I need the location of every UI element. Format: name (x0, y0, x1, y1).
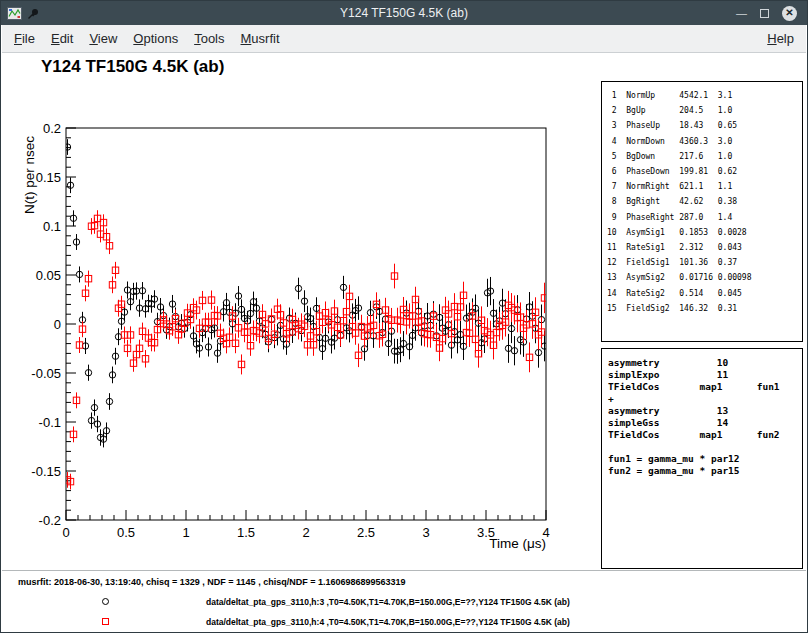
param-row: 11 RateSig1 2.312 0.043 (607, 240, 802, 255)
window-controls: — ✕ (736, 1, 797, 25)
x-tick-label: 2 (302, 525, 309, 540)
plot[interactable]: 0.20.150.10.050-0.05-0.1-0.15-0.200.511.… (19, 86, 594, 576)
canvas-area[interactable]: Y124 TF150G 4.5K (ab) 0.20.150.10.050-0.… (2, 53, 806, 631)
y-tick-label: 0.2 (43, 121, 61, 136)
parameter-box: 1 NormUp 4542.1 3.1 2 BgUp 204.5 1.0 3 P… (601, 81, 803, 342)
app-window: Y124 TF150G 4.5K (ab) — ✕ FileEditViewOp… (0, 0, 808, 633)
series-square (64, 210, 547, 489)
param-row: 4 NormDown 4360.3 3.0 (607, 134, 802, 149)
param-row: 12 FieldSig1 101.36 0.37 (607, 255, 802, 270)
y-tick-label: -0.15 (31, 464, 61, 479)
y-tick-label: 0.1 (43, 219, 61, 234)
menu-help[interactable]: Help (759, 31, 802, 46)
minimize-button[interactable]: — (736, 8, 747, 19)
titlebar-icons (7, 7, 39, 20)
y-tick-label: 0.15 (36, 170, 61, 185)
param-row: 6 PhaseDown 199.81 0.62 (607, 164, 802, 179)
legend: data/deltat_pta_gps_3110,h:3 ,T0=4.50K,T… (2, 592, 806, 632)
param-row: 9 PhaseRight 287.0 1.4 (607, 210, 802, 225)
param-row: 14 RateSig2 0.514 0.045 (607, 286, 802, 301)
y-tick-label: -0.05 (31, 366, 61, 381)
param-row: 2 BgUp 204.5 1.0 (607, 103, 802, 118)
theory-box: asymmetry 10 simplExpo 11 TFieldCos map1… (601, 348, 803, 569)
menu-musrfit[interactable]: Musrfit (233, 31, 288, 46)
menu-view[interactable]: View (81, 31, 125, 46)
x-tick-label: 1.5 (237, 525, 255, 540)
x-axis-title: Time (μs) (489, 536, 546, 551)
menu-file[interactable]: File (6, 31, 43, 46)
series-circle (64, 139, 547, 447)
y-tick-label: -0.2 (39, 513, 61, 528)
y-tick-label: -0.1 (39, 415, 61, 430)
window-title: Y124 TF150G 4.5K (ab) (1, 6, 807, 20)
x-tick-label: 3 (422, 525, 429, 540)
param-row: 10 AsymSig1 0.1853 0.0028 (607, 225, 802, 240)
y-tick-label: 0.05 (36, 268, 61, 283)
legend-row: data/deltat_pta_gps_3110,h:3 ,T0=4.50K,T… (2, 592, 806, 612)
y-tick-label: 0 (54, 317, 61, 332)
app-icon[interactable] (7, 7, 22, 20)
menu-tools[interactable]: Tools (186, 31, 232, 46)
y-axis-title: N(t) per nsec (22, 136, 37, 214)
plot-title: Y124 TF150G 4.5K (ab) (41, 57, 224, 77)
menubar: FileEditViewOptionsToolsMusrfit Help (2, 25, 806, 53)
x-tick-label: 0 (62, 525, 69, 540)
maximize-button[interactable] (760, 9, 769, 18)
menu-items: FileEditViewOptionsToolsMusrfit (6, 31, 288, 46)
titlebar: Y124 TF150G 4.5K (ab) — ✕ (1, 1, 807, 25)
x-tick-label: 0.5 (117, 525, 135, 540)
param-row: 13 AsymSig2 0.01716 0.00098 (607, 270, 802, 285)
menu-options[interactable]: Options (125, 31, 186, 46)
legend-label: data/deltat_pta_gps_3110,h:4 ,T0=4.50K,T… (206, 617, 570, 627)
close-button[interactable]: ✕ (782, 6, 797, 21)
param-row: 8 BgRight 42.62 0.38 (607, 194, 802, 209)
param-row: 5 BgDown 217.6 1.0 (607, 149, 802, 164)
menu-edit[interactable]: Edit (43, 31, 81, 46)
data-points (64, 139, 547, 489)
circle-marker-icon (102, 598, 109, 605)
square-marker-icon (102, 618, 109, 625)
param-row: 7 NormRight 621.1 1.1 (607, 179, 802, 194)
x-tick-label: 2.5 (357, 525, 375, 540)
plot-frame (66, 128, 546, 520)
fit-info: musrfit: 2018-06-30, 13:19:40, chisq = 1… (18, 577, 405, 587)
legend-label: data/deltat_pta_gps_3110,h:3 ,T0=4.50K,T… (206, 597, 570, 607)
pin-icon[interactable] (27, 7, 39, 20)
theory-text: asymmetry 10 simplExpo 11 TFieldCos map1… (608, 357, 802, 477)
legend-row: data/deltat_pta_gps_3110,h:4 ,T0=4.50K,T… (2, 612, 806, 632)
param-row: 3 PhaseUp 18.43 0.65 (607, 118, 802, 133)
param-row: 1 NormUp 4542.1 3.1 (607, 88, 802, 103)
param-row: 15 FieldSig2 146.32 0.31 (607, 301, 802, 316)
x-tick-label: 1 (182, 525, 189, 540)
param-table: 1 NormUp 4542.1 3.1 2 BgUp 204.5 1.0 3 P… (607, 88, 802, 316)
plot-footer: musrfit: 2018-06-30, 13:19:40, chisq = 1… (2, 570, 806, 631)
